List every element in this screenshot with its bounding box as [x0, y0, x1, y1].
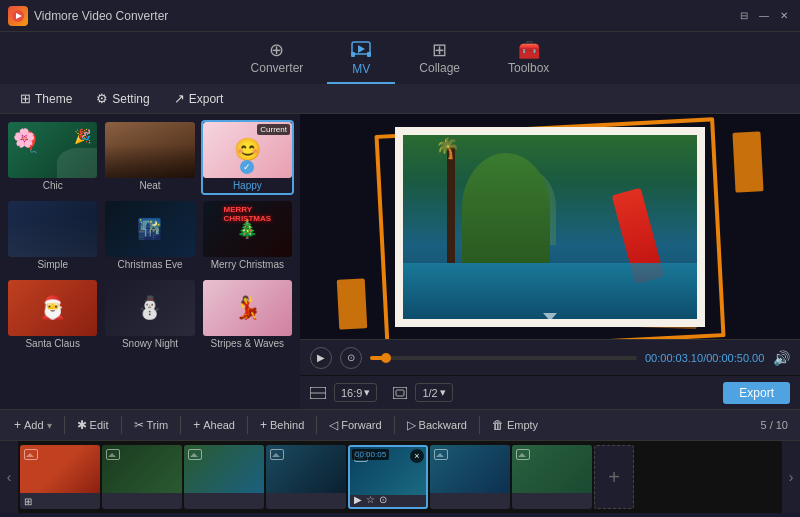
- add-button[interactable]: + Add ▾: [6, 415, 60, 435]
- theme-snowy-night[interactable]: ⛄ Snowy Night: [103, 278, 196, 353]
- divider-2: [121, 416, 122, 434]
- maximize-button[interactable]: —: [756, 8, 772, 24]
- empty-button[interactable]: 🗑 Empty: [484, 415, 546, 435]
- scale-chevron: ▾: [440, 386, 446, 399]
- backward-label: Backward: [419, 419, 467, 431]
- edit-label: Edit: [90, 419, 109, 431]
- divider-6: [394, 416, 395, 434]
- water: [403, 263, 697, 318]
- stop-button[interactable]: ⊙: [340, 347, 362, 369]
- preview-area: 🌴: [300, 114, 800, 339]
- theme-happy-label: Happy: [203, 178, 292, 193]
- add-dropdown[interactable]: ▾: [47, 420, 52, 431]
- preview-section: 🌴 ▶ ⊙ 00:00:03.10/00:0: [300, 114, 800, 409]
- nav-mv[interactable]: MV: [327, 32, 395, 84]
- scale-select[interactable]: 1/2 ▾: [415, 383, 452, 402]
- edit-button[interactable]: ✱ Edit: [69, 415, 117, 435]
- timeline-track: ⊞ 00:00:05 ×: [18, 441, 782, 513]
- theme-santa-claus-label: Santa Claus: [8, 336, 97, 351]
- clip-6[interactable]: [430, 445, 510, 509]
- volume-icon[interactable]: 🔊: [773, 350, 790, 366]
- theme-snowy-night-label: Snowy Night: [105, 336, 194, 351]
- clip-5-close[interactable]: ×: [410, 449, 424, 463]
- theme-merry-christmas[interactable]: 🎄 MERRY CHRISTMAS Merry Christmas: [201, 199, 294, 274]
- ahead-button[interactable]: + Ahead: [185, 415, 243, 435]
- close-button[interactable]: ✕: [776, 8, 792, 24]
- title-bar: Vidmore Video Converter ⊟ — ✕: [0, 0, 800, 32]
- ratio-select[interactable]: 16:9 ▾: [334, 383, 377, 402]
- nav-toolbox[interactable]: 🧰 Toolbox: [484, 32, 573, 84]
- gazebo: [506, 171, 556, 245]
- theme-happy[interactable]: 😊 Current ✓ Happy: [201, 120, 294, 195]
- divider-4: [247, 416, 248, 434]
- behind-label: Behind: [270, 419, 304, 431]
- theme-neat[interactable]: Neat: [103, 120, 196, 195]
- current-badge: Current: [257, 124, 290, 135]
- theme-label: Theme: [35, 92, 72, 106]
- time-display: 00:00:03.10/00:00:50.00: [645, 352, 765, 364]
- timeline-next[interactable]: ›: [782, 441, 800, 513]
- export-button[interactable]: Export: [723, 382, 790, 404]
- controls-bar: ▶ ⊙ 00:00:03.10/00:00:50.00 🔊: [300, 339, 800, 375]
- ratio-chevron: ▾: [364, 386, 370, 399]
- theme-chic-label: Chic: [8, 178, 97, 193]
- add-clip-button[interactable]: +: [594, 445, 634, 509]
- add-icon: +: [14, 418, 21, 432]
- nav-converter-label: Converter: [251, 61, 304, 75]
- nav-converter[interactable]: ⊕ Converter: [227, 32, 328, 84]
- theme-neat-label: Neat: [105, 178, 194, 193]
- scale-icon: [393, 387, 407, 399]
- clip-3[interactable]: [184, 445, 264, 509]
- forward-button[interactable]: ◁ Forward: [321, 415, 389, 435]
- behind-button[interactable]: + Behind: [252, 415, 312, 435]
- behind-icon: +: [260, 418, 267, 432]
- theme-btn[interactable]: ⊞ Theme: [10, 88, 82, 109]
- ratio-value: 16:9: [341, 387, 362, 399]
- svg-rect-7: [393, 387, 407, 399]
- clip-6-thumb: [430, 445, 510, 493]
- theme-christmas-eve[interactable]: 🌃 Christmas Eve: [103, 199, 196, 274]
- theme-santa-claus[interactable]: 🎅 Santa Claus: [6, 278, 99, 353]
- empty-label: Empty: [507, 419, 538, 431]
- backward-button[interactable]: ▷ Backward: [399, 415, 475, 435]
- palm-trunk: 🌴: [447, 144, 455, 264]
- theme-simple[interactable]: Simple: [6, 199, 99, 274]
- progress-thumb[interactable]: [381, 353, 391, 363]
- progress-bar[interactable]: [370, 356, 637, 360]
- clip-5-thumb: 00:00:05 ×: [350, 447, 426, 495]
- svg-rect-4: [367, 52, 371, 57]
- ahead-label: Ahead: [203, 419, 235, 431]
- export-icon: ↗: [174, 91, 185, 106]
- deco-accent-2: [337, 278, 368, 329]
- theme-chic[interactable]: 🎈 🎉 Chic: [6, 120, 99, 195]
- setting-label: Setting: [112, 92, 149, 106]
- page-count: 5 / 10: [760, 419, 794, 431]
- clip-7[interactable]: [512, 445, 592, 509]
- theme-stripes-waves[interactable]: 💃 Stripes & Waves: [201, 278, 294, 353]
- window-controls[interactable]: ⊟ — ✕: [736, 8, 792, 24]
- clip-5-icons: ▶☆⊙: [354, 494, 387, 505]
- time-current: 00:00:03.10: [645, 352, 703, 364]
- main-content: 🎈 🎉 Chic Neat 😊 Current ✓ Happy: [0, 114, 800, 409]
- theme-merry-christmas-label: Merry Christmas: [203, 257, 292, 272]
- active-check: ✓: [240, 160, 254, 174]
- clip-2[interactable]: [102, 445, 182, 509]
- clip-5[interactable]: 00:00:05 × ▶☆⊙: [348, 445, 428, 509]
- play-button[interactable]: ▶: [310, 347, 332, 369]
- clip-1[interactable]: ⊞: [20, 445, 100, 509]
- clip-5-time: 00:00:05: [352, 449, 389, 460]
- trim-button[interactable]: ✂ Trim: [126, 415, 177, 435]
- nav-collage[interactable]: ⊞ Collage: [395, 32, 484, 84]
- timeline-prev[interactable]: ‹: [0, 441, 18, 513]
- clip-3-img-icon: [188, 449, 202, 460]
- trim-label: Trim: [147, 419, 169, 431]
- nav-toolbox-label: Toolbox: [508, 61, 549, 75]
- setting-btn[interactable]: ⚙ Setting: [86, 88, 159, 109]
- minimize-button[interactable]: ⊟: [736, 8, 752, 24]
- add-label: Add: [24, 419, 44, 431]
- clip-4[interactable]: [266, 445, 346, 509]
- export-sub-btn[interactable]: ↗ Export: [164, 88, 234, 109]
- svg-rect-3: [351, 52, 355, 57]
- theme-simple-label: Simple: [8, 257, 97, 272]
- action-toolbar: + Add ▾ ✱ Edit ✂ Trim + Ahead + Behind ◁…: [0, 409, 800, 441]
